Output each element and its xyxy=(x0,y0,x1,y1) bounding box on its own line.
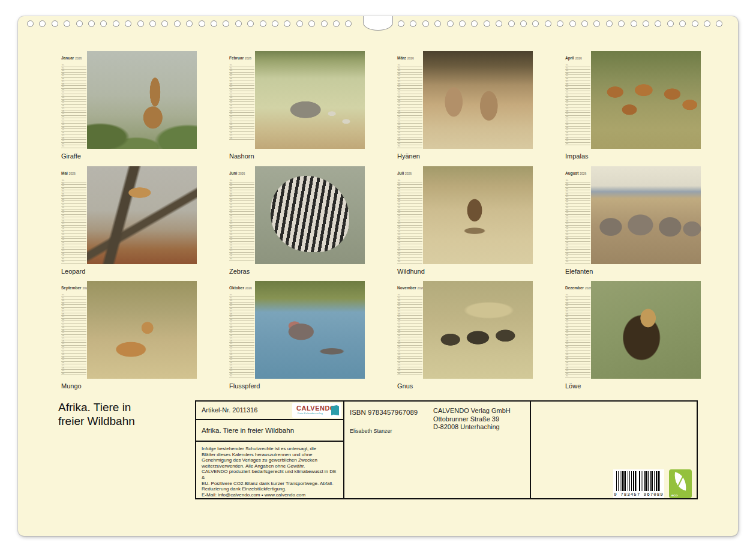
calendar-month-cell: Januar 2026 01.02.03.04.05.06.07.08.09.1… xyxy=(60,51,197,165)
calendar-title: Afrika. Tiere in freier Wildbahn xyxy=(58,400,135,428)
photo-nashorn xyxy=(255,51,365,149)
day-lines: 01.02.03.04.05.06.07.08.09.10.11.12.13.1… xyxy=(397,64,422,148)
binding-hole xyxy=(704,20,710,27)
mini-month-calendar: September 2026 01.02.03.04.05.06.07.08.0… xyxy=(60,281,86,379)
day-lines: 01.02.03.04.05.06.07.08.09.10.11.12.13.1… xyxy=(61,294,86,375)
mini-month-calendar: April 2026 01.02.03.04.05.06.07.08.09.10… xyxy=(564,51,590,149)
product-title: Afrika. Tiere in freier Wildbahn xyxy=(202,427,294,434)
month-name: Juli xyxy=(397,171,404,175)
day-lines: 01.02.03.04.05.06.07.08.09.10.11.12.13.1… xyxy=(397,179,422,263)
day-line: 31. xyxy=(397,260,422,263)
photo-gnus xyxy=(423,281,533,379)
info-column-barcode: 9 783457 967089 eco xyxy=(531,402,697,498)
month-name: Februar xyxy=(229,56,244,60)
binding-hole xyxy=(459,20,466,27)
day-lines: 01.02.03.04.05.06.07.08.09.10.11.12.13.1… xyxy=(61,64,86,148)
animal-caption: Wildhund xyxy=(397,268,425,275)
animal-caption: Gnus xyxy=(397,382,413,390)
month-year: 2026 xyxy=(405,172,412,175)
screenshot-stage: Januar 2026 01.02.03.04.05.06.07.08.09.1… xyxy=(0,0,756,545)
binding-hole xyxy=(247,20,254,27)
day-line: 28. xyxy=(229,137,254,140)
binding-hole xyxy=(581,20,588,27)
binding-hole xyxy=(272,20,278,27)
month-label: Februar 2026 xyxy=(229,56,251,60)
day-lines: 01.02.03.04.05.06.07.08.09.10.11.12.13.1… xyxy=(397,294,422,375)
day-line: 30. xyxy=(61,373,86,376)
day-lines: 01.02.03.04.05.06.07.08.09.10.11.12.13.1… xyxy=(61,179,86,263)
binding-hole xyxy=(186,20,193,27)
photo-giraffe xyxy=(87,51,197,149)
month-year: 2026 xyxy=(69,172,76,175)
binding-hole xyxy=(260,20,266,27)
animal-caption: Hyänen xyxy=(397,152,420,160)
binding-hole xyxy=(100,20,107,27)
day-lines: 01.02.03.04.05.06.07.08.09.10.11.12.13.1… xyxy=(229,294,254,378)
photo-leopard xyxy=(87,166,197,264)
binding-hole xyxy=(496,20,502,27)
eco-label: eco xyxy=(671,493,677,497)
mini-month-calendar: Oktober 2026 01.02.03.04.05.06.07.08.09.… xyxy=(228,281,254,379)
calvendo-logo: CALVENDO Dein Kalenderverlag xyxy=(292,403,341,418)
binding-hole xyxy=(199,20,205,27)
animal-caption: Löwe xyxy=(565,382,581,390)
binding-hole xyxy=(333,20,340,27)
binding-hole xyxy=(471,20,478,27)
binding-hole xyxy=(64,20,70,27)
photo-hyaenen xyxy=(423,51,533,149)
calendar-month-cell: Dezember 2026 01.02.03.04.05.06.07.08.09… xyxy=(564,281,701,395)
day-line: 31. xyxy=(397,145,422,148)
binding-hole xyxy=(484,20,490,27)
animal-caption: Giraffe xyxy=(61,152,81,160)
month-year: 2026 xyxy=(407,56,414,60)
info-column-product: Artikel-Nr. 2011316 CALVENDO Dein Kalend… xyxy=(196,402,344,498)
binding-hole xyxy=(447,20,454,27)
binding-hole xyxy=(88,20,95,27)
calvendo-wordmark: CALVENDO xyxy=(296,405,335,412)
binding-hole xyxy=(606,20,613,27)
month-year: 2026 xyxy=(238,172,245,175)
calendar-month-cell: Oktober 2026 01.02.03.04.05.06.07.08.09.… xyxy=(228,281,365,395)
article-number: Artikel-Nr. 2011316 xyxy=(202,406,257,414)
binding-hole xyxy=(39,20,46,27)
mini-month-calendar: Juli 2026 01.02.03.04.05.06.07.08.09.10.… xyxy=(396,166,422,264)
day-lines: 01.02.03.04.05.06.07.08.09.10.11.12.13.1… xyxy=(229,64,254,140)
month-name: Mai xyxy=(61,171,68,175)
day-lines: 01.02.03.04.05.06.07.08.09.10.11.12.13.1… xyxy=(565,294,590,378)
month-label: Juni 2026 xyxy=(229,171,245,175)
binding-hole xyxy=(716,20,722,27)
binding-hole xyxy=(631,20,637,27)
month-label: September 2026 xyxy=(61,286,89,290)
month-name: März xyxy=(397,56,406,60)
binding-hole xyxy=(508,20,515,27)
publisher-street: Ottobrunner Straße 39 xyxy=(433,415,511,424)
calendar-month-cell: April 2026 01.02.03.04.05.06.07.08.09.10… xyxy=(564,51,701,165)
binding-hole xyxy=(618,20,625,27)
mini-month-calendar: Dezember 2026 01.02.03.04.05.06.07.08.09… xyxy=(564,281,590,379)
binding-hole xyxy=(667,20,674,27)
product-info-box: Artikel-Nr. 2011316 CALVENDO Dein Kalend… xyxy=(195,400,698,499)
barcode-bars-icon xyxy=(616,471,661,491)
calendar-month-cell: August 2026 01.02.03.04.05.06.07.08.09.1… xyxy=(564,166,701,280)
mini-month-calendar: Januar 2026 01.02.03.04.05.06.07.08.09.1… xyxy=(60,51,86,149)
month-year: 2026 xyxy=(575,56,582,60)
month-year: 2026 xyxy=(75,56,82,60)
day-lines: 01.02.03.04.05.06.07.08.09.10.11.12.13.1… xyxy=(229,179,254,260)
calendar-back-page: Januar 2026 01.02.03.04.05.06.07.08.09.1… xyxy=(18,16,738,536)
animal-caption: Zebras xyxy=(229,268,250,275)
mini-month-calendar: August 2026 01.02.03.04.05.06.07.08.09.1… xyxy=(564,166,590,264)
binding-hole xyxy=(174,20,181,27)
month-label: Juli 2026 xyxy=(397,171,412,175)
calendar-month-cell: Mai 2026 01.02.03.04.05.06.07.08.09.10.1… xyxy=(60,166,197,280)
month-year: 2026 xyxy=(245,56,251,60)
month-label: Dezember 2026 xyxy=(565,286,592,290)
binding-hole xyxy=(643,20,649,27)
day-line: 31. xyxy=(229,375,254,378)
animal-caption: Leopard xyxy=(61,268,85,275)
photo-loewe xyxy=(591,281,701,379)
eco-logo: eco xyxy=(669,469,692,498)
mini-month-calendar: Februar 2026 01.02.03.04.05.06.07.08.09.… xyxy=(228,51,254,149)
calendar-month-cell: Februar 2026 01.02.03.04.05.06.07.08.09.… xyxy=(228,51,365,165)
article-row: Artikel-Nr. 2011316 CALVENDO Dein Kalend… xyxy=(196,402,343,420)
info-column-publisher: ISBN 9783457967089 CALVENDO Verlag GmbH … xyxy=(344,402,531,498)
